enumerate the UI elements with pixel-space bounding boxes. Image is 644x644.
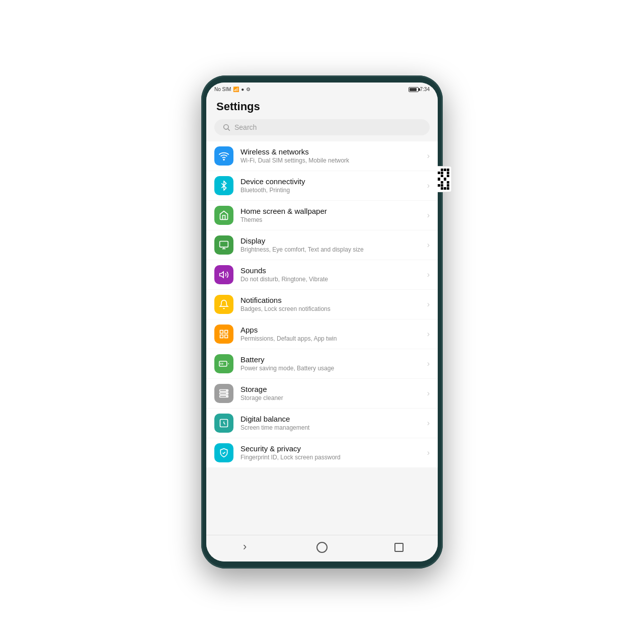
signal-icon: 📶 — [233, 87, 239, 92]
item-icon-sounds — [214, 265, 233, 284]
settings-item-wireless[interactable]: Wireless & networks Wi-Fi, Dual SIM sett… — [206, 141, 438, 171]
svg-point-18 — [226, 390, 227, 391]
item-text-notifications: Notifications Badges, Lock screen notifi… — [240, 295, 427, 313]
chevron-icon-apps: › — [427, 330, 430, 339]
home-button[interactable] — [315, 540, 329, 554]
item-title-apps: Apps — [240, 325, 427, 335]
item-title-security: Security & privacy — [240, 444, 427, 454]
settings-status-icon: ⚙ — [246, 87, 251, 92]
item-icon-display — [214, 235, 233, 255]
recents-square-icon — [394, 543, 404, 552]
item-subtitle-wireless: Wi-Fi, Dual SIM settings, Mobile network — [240, 157, 427, 165]
settings-item-battery[interactable]: Battery Power saving mode, Battery usage… — [206, 349, 438, 378]
item-text-security: Security & privacy Fingerprint ID, Lock … — [240, 444, 427, 462]
settings-item-sounds[interactable]: Sounds Do not disturb, Ringtone, Vibrate… — [206, 260, 438, 289]
settings-item-home-screen[interactable]: Home screen & wallpaper Themes › — [206, 201, 438, 230]
svg-rect-8 — [225, 331, 228, 334]
svg-marker-6 — [220, 272, 224, 278]
item-subtitle-sounds: Do not disturb, Ringtone, Vibrate — [240, 276, 427, 284]
phone-screen: No SIM 📶 ● ⚙ 7:34 Settings Searc — [206, 83, 438, 561]
item-text-display: Display Brightness, Eye comfort, Text an… — [240, 236, 427, 254]
back-button[interactable]: ‹ — [238, 540, 252, 554]
item-subtitle-digital-balance: Screen time management — [240, 424, 427, 432]
item-subtitle-security: Fingerprint ID, Lock screen password — [240, 454, 427, 462]
home-circle-icon — [316, 542, 328, 553]
item-title-battery: Battery — [240, 355, 427, 365]
search-bar[interactable]: Search — [214, 119, 430, 135]
svg-line-1 — [228, 129, 230, 131]
item-text-storage: Storage Storage cleaner — [240, 384, 427, 403]
recents-button[interactable] — [392, 540, 406, 554]
item-title-home-screen: Home screen & wallpaper — [240, 206, 427, 216]
settings-item-digital-balance[interactable]: Digital balance Screen time management › — [206, 409, 438, 438]
chevron-icon-sounds: › — [427, 270, 430, 279]
wifi-status-icon: ● — [241, 87, 244, 92]
svg-rect-9 — [220, 335, 223, 338]
item-icon-apps — [214, 325, 233, 344]
item-icon-notifications — [214, 295, 233, 314]
svg-point-0 — [224, 125, 228, 129]
item-icon-digital-balance — [214, 414, 233, 433]
chevron-icon-digital-balance: › — [427, 419, 430, 428]
settings-item-notifications[interactable]: Notifications Badges, Lock screen notifi… — [206, 290, 438, 319]
svg-rect-10 — [225, 335, 228, 338]
item-title-digital-balance: Digital balance — [240, 414, 427, 424]
svg-point-20 — [226, 396, 227, 397]
chevron-icon-storage: › — [427, 389, 430, 398]
item-title-display: Display — [240, 236, 427, 246]
item-text-battery: Battery Power saving mode, Battery usage — [240, 355, 427, 373]
item-text-home-screen: Home screen & wallpaper Themes — [240, 206, 427, 224]
item-title-storage: Storage — [240, 384, 427, 394]
settings-item-storage[interactable]: Storage Storage cleaner › — [206, 379, 438, 408]
time-display: 7:34 — [420, 87, 430, 92]
settings-item-device-connectivity[interactable]: Device connectivity Bluetooth, Printing … — [206, 171, 438, 200]
screen-content[interactable]: Settings Search Wireless & networks Wi-F… — [206, 94, 438, 535]
item-title-wireless: Wireless & networks — [240, 147, 427, 157]
settings-list: Wireless & networks Wi-Fi, Dual SIM sett… — [206, 141, 438, 467]
settings-item-display[interactable]: Display Brightness, Eye comfort, Text an… — [206, 230, 438, 260]
item-text-wireless: Wireless & networks Wi-Fi, Dual SIM sett… — [240, 147, 427, 165]
search-icon — [222, 123, 230, 131]
item-icon-storage — [214, 384, 233, 403]
item-subtitle-battery: Power saving mode, Battery usage — [240, 365, 427, 373]
no-sim-text: No SIM — [214, 87, 231, 92]
chevron-icon-device-connectivity: › — [427, 181, 430, 190]
svg-point-2 — [223, 159, 224, 160]
item-subtitle-display: Brightness, Eye comfort, Text and displa… — [240, 246, 427, 254]
item-title-sounds: Sounds — [240, 266, 427, 276]
settings-item-security[interactable]: Security & privacy Fingerprint ID, Lock … — [206, 438, 438, 467]
status-right: 7:34 — [409, 87, 430, 92]
chevron-icon-battery: › — [427, 359, 430, 368]
item-title-device-connectivity: Device connectivity — [240, 177, 427, 187]
item-icon-device-connectivity — [214, 176, 233, 195]
chevron-icon-notifications: › — [427, 300, 430, 309]
item-subtitle-apps: Permissions, Default apps, App twin — [240, 335, 427, 343]
item-subtitle-notifications: Badges, Lock screen notifications — [240, 305, 427, 313]
item-icon-security — [214, 443, 233, 462]
settings-item-apps[interactable]: Apps Permissions, Default apps, App twin… — [206, 319, 438, 349]
item-icon-battery — [214, 354, 233, 373]
item-title-notifications: Notifications — [240, 295, 427, 305]
item-icon-home-screen — [214, 206, 233, 225]
item-text-apps: Apps Permissions, Default apps, App twin — [240, 325, 427, 343]
svg-line-23 — [224, 423, 225, 425]
item-text-sounds: Sounds Do not disturb, Ringtone, Vibrate — [240, 266, 427, 284]
chevron-icon-security: › — [427, 448, 430, 457]
status-left: No SIM 📶 ● ⚙ — [214, 87, 251, 92]
item-text-device-connectivity: Device connectivity Bluetooth, Printing — [240, 177, 427, 195]
item-subtitle-device-connectivity: Bluetooth, Printing — [240, 187, 427, 195]
item-subtitle-storage: Storage cleaner — [240, 394, 427, 403]
svg-point-19 — [226, 393, 227, 394]
chevron-icon-display: › — [427, 240, 430, 250]
chevron-icon-wireless: › — [427, 151, 430, 160]
search-placeholder: Search — [234, 123, 257, 131]
svg-rect-3 — [220, 242, 228, 248]
phone-wrapper: No SIM 📶 ● ⚙ 7:34 Settings Searc — [201, 75, 443, 569]
item-subtitle-home-screen: Themes — [240, 216, 427, 224]
svg-rect-11 — [219, 361, 227, 366]
battery-status-icon — [409, 87, 419, 92]
page-title: Settings — [206, 94, 438, 117]
item-icon-wireless — [214, 146, 233, 166]
nav-bar: ‹ — [206, 535, 438, 561]
item-text-digital-balance: Digital balance Screen time management — [240, 414, 427, 432]
